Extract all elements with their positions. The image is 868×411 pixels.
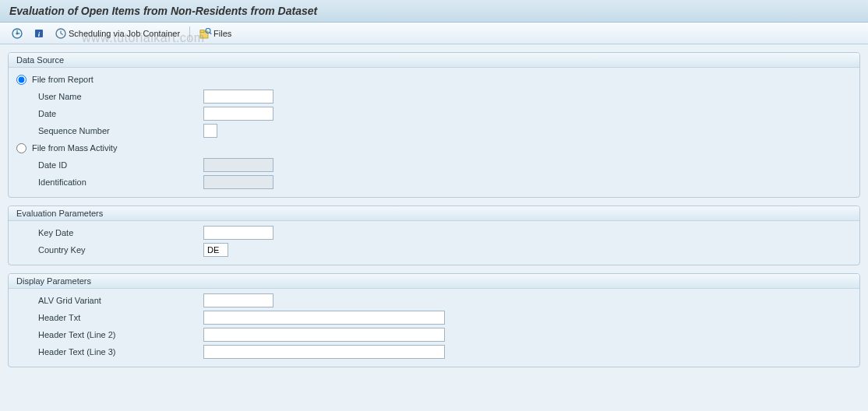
schedule-label: Scheduling via Job Container xyxy=(69,29,180,38)
info-button[interactable]: i xyxy=(30,26,50,41)
group-eval-params: Evaluation Parameters Key Date Country K… xyxy=(8,206,860,265)
schedule-button[interactable]: Scheduling via Job Container xyxy=(51,26,183,41)
input-header-txt-2[interactable] xyxy=(203,328,445,342)
group-header-eval-params: Evaluation Parameters xyxy=(9,206,859,221)
group-display-params: Display Parameters ALV Grid Variant Head… xyxy=(8,273,860,367)
clock-icon xyxy=(55,27,67,40)
files-button[interactable]: Files xyxy=(196,26,235,41)
label-identification: Identification xyxy=(16,177,203,187)
svg-rect-10 xyxy=(200,30,204,32)
svg-line-8 xyxy=(61,33,63,35)
input-header-txt-3[interactable] xyxy=(203,345,445,359)
content-area: Data Source File from Report User Name D… xyxy=(0,44,868,411)
execute-button[interactable] xyxy=(8,26,28,41)
label-seq-number: Sequence Number xyxy=(16,126,203,135)
execute-icon xyxy=(11,27,23,40)
files-label: Files xyxy=(213,29,231,38)
label-date-id: Date ID xyxy=(16,160,203,170)
input-seq-number[interactable] xyxy=(203,124,217,138)
input-user-name[interactable] xyxy=(203,90,273,104)
label-file-from-report: File from Report xyxy=(32,75,203,84)
input-identification xyxy=(203,175,273,189)
group-header-display-params: Display Parameters xyxy=(9,274,859,289)
label-header-txt: Header Txt xyxy=(16,313,203,322)
input-date[interactable] xyxy=(203,107,273,121)
title-bar: Evaluation of Open Items from Non-Reside… xyxy=(0,0,868,23)
label-date: Date xyxy=(16,109,203,118)
label-user-name: User Name xyxy=(16,92,203,101)
input-key-date[interactable] xyxy=(203,226,273,240)
files-icon xyxy=(199,27,212,40)
input-header-txt[interactable] xyxy=(203,311,445,325)
label-file-from-mass-activity: File from Mass Activity xyxy=(32,143,203,153)
svg-line-12 xyxy=(210,32,211,33)
label-header-txt-3: Header Text (Line 3) xyxy=(16,347,203,357)
toolbar: i Scheduling via Job Container Files xyxy=(0,23,868,44)
input-country-key[interactable] xyxy=(203,243,228,257)
label-country-key: Country Key xyxy=(16,245,203,255)
group-header-data-source: Data Source xyxy=(9,53,859,68)
toolbar-separator xyxy=(189,26,190,40)
group-data-source: Data Source File from Report User Name D… xyxy=(8,52,860,198)
input-date-id xyxy=(203,158,273,172)
radio-file-from-report[interactable] xyxy=(16,75,26,85)
label-header-txt-2: Header Text (Line 2) xyxy=(16,330,203,339)
info-icon: i xyxy=(33,27,45,40)
label-alv-variant: ALV Grid Variant xyxy=(16,296,203,305)
label-key-date: Key Date xyxy=(16,228,203,237)
page-title: Evaluation of Open Items from Non-Reside… xyxy=(9,5,859,17)
radio-file-from-mass-activity[interactable] xyxy=(16,143,26,153)
input-alv-variant[interactable] xyxy=(203,293,273,307)
